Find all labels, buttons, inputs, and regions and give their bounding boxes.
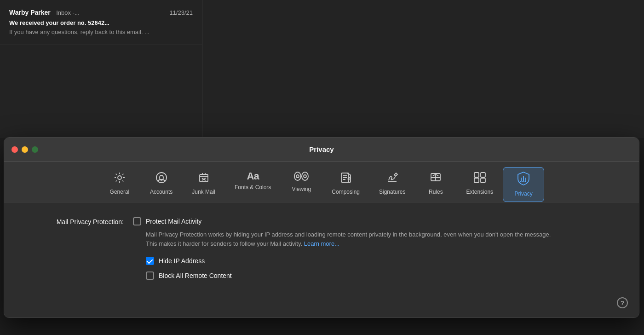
- learn-more-link[interactable]: Learn more...: [304, 240, 339, 247]
- extensions-icon: [473, 171, 487, 186]
- mail-sidebar: Warby Parker Inbox -... 11/23/21 We rece…: [0, 0, 202, 138]
- mail-item[interactable]: Warby Parker Inbox -... 11/23/21 We rece…: [0, 0, 202, 45]
- privacy-icon: [517, 171, 530, 188]
- protect-activity-label: Protect Mail Activity: [146, 218, 201, 225]
- mail-background: Warby Parker Inbox -... 11/23/21 We rece…: [0, 0, 644, 138]
- tab-extensions-label: Extensions: [466, 189, 493, 195]
- tab-fonts-label: Fonts & Colors: [235, 184, 271, 191]
- signatures-icon: [386, 171, 399, 186]
- svg-rect-24: [474, 173, 479, 177]
- composing-icon: [339, 171, 352, 186]
- minimize-button[interactable]: [22, 146, 28, 153]
- hide-ip-row: Hide IP Address: [146, 257, 621, 265]
- tab-privacy[interactable]: Privacy: [503, 167, 544, 202]
- rules-icon: [429, 171, 442, 186]
- mail-subject: We received your order no. 52642...: [9, 19, 193, 26]
- svg-rect-25: [481, 173, 485, 177]
- tab-viewing[interactable]: Viewing: [281, 167, 322, 202]
- protection-right: Protect Mail Activity Mail Privacy Prote…: [133, 217, 621, 280]
- tab-composing-label: Composing: [332, 189, 360, 195]
- tab-viewing-label: Viewing: [292, 186, 311, 192]
- svg-point-11: [296, 175, 299, 178]
- help-symbol: ?: [621, 300, 624, 306]
- hide-ip-checkbox[interactable]: [146, 257, 154, 265]
- title-bar: Privacy: [4, 138, 639, 162]
- toolbar: General Accounts: [4, 162, 639, 202]
- tab-junk[interactable]: Junk Mail: [182, 167, 225, 202]
- tab-accounts-label: Accounts: [150, 189, 172, 195]
- protection-label: Mail Privacy Protection:: [23, 217, 124, 225]
- protection-row: Mail Privacy Protection: Protect Mail Ac…: [23, 217, 621, 280]
- block-remote-checkbox[interactable]: [146, 271, 154, 280]
- privacy-window: Privacy General Accounts: [4, 137, 639, 318]
- block-remote-label: Block All Remote Content: [159, 272, 232, 279]
- tab-signatures[interactable]: Signatures: [369, 167, 415, 202]
- individual-options: Hide IP Address Block All Remote Content: [146, 257, 621, 280]
- protect-activity-row: Protect Mail Activity: [133, 217, 621, 225]
- mail-sender: Warby Parker: [9, 9, 51, 16]
- svg-rect-26: [474, 178, 479, 183]
- tab-fonts[interactable]: Aa Fonts & Colors: [225, 167, 281, 202]
- protect-activity-checkbox[interactable]: [133, 217, 141, 225]
- tab-general-label: General: [110, 189, 130, 195]
- tab-signatures-label: Signatures: [379, 189, 405, 195]
- tab-accounts[interactable]: Accounts: [140, 167, 182, 202]
- tab-rules[interactable]: Rules: [415, 167, 456, 202]
- svg-rect-27: [481, 178, 485, 183]
- junk-icon: [197, 171, 210, 186]
- tab-rules-label: Rules: [429, 189, 443, 195]
- svg-point-12: [304, 175, 306, 178]
- window-title: Privacy: [309, 145, 334, 153]
- hide-ip-label: Hide IP Address: [159, 257, 205, 265]
- svg-point-8: [294, 172, 301, 180]
- mail-inbox: Inbox -...: [56, 9, 80, 16]
- viewing-icon: [294, 171, 309, 183]
- svg-point-9: [302, 172, 308, 180]
- mail-date: 11/23/21: [169, 9, 193, 16]
- block-remote-row: Block All Remote Content: [146, 271, 621, 280]
- svg-rect-2: [200, 174, 208, 182]
- help-button[interactable]: ?: [617, 297, 628, 308]
- general-icon: [113, 171, 126, 186]
- description-text: Mail Privacy Protection works by hiding …: [146, 230, 560, 248]
- fonts-icon: Aa: [247, 171, 259, 181]
- svg-point-0: [118, 176, 121, 179]
- close-button[interactable]: [12, 146, 18, 153]
- tab-composing[interactable]: Composing: [322, 167, 369, 202]
- tab-general[interactable]: General: [99, 167, 140, 202]
- mail-preview: If you have any questions, reply back to…: [9, 28, 193, 36]
- content-area: Mail Privacy Protection: Protect Mail Ac…: [4, 202, 639, 318]
- tab-privacy-label: Privacy: [514, 191, 532, 197]
- tab-extensions[interactable]: Extensions: [456, 167, 503, 202]
- description-body: Mail Privacy Protection works by hiding …: [146, 231, 551, 247]
- tab-junk-label: Junk Mail: [192, 189, 215, 195]
- accounts-icon: [155, 171, 168, 186]
- traffic-lights: [12, 146, 38, 153]
- fullscreen-button[interactable]: [32, 146, 38, 153]
